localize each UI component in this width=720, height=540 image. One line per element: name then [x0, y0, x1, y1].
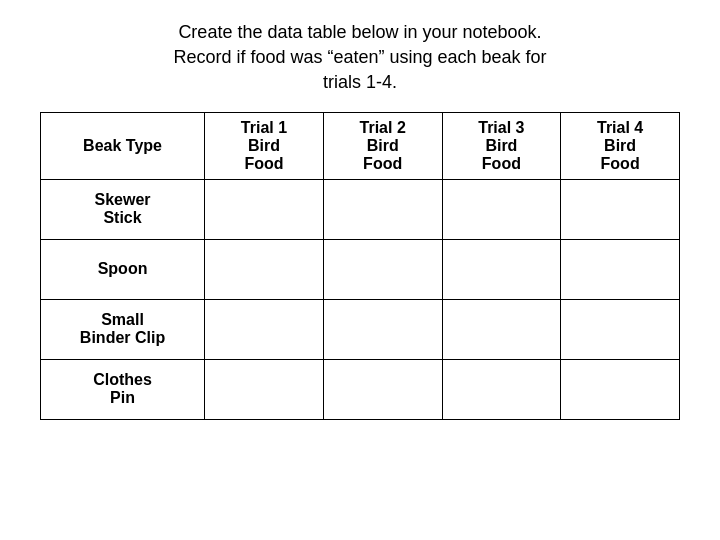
- trial1-header: Trial 1BirdFood: [205, 112, 324, 179]
- cell-binder-trial1: [205, 299, 324, 359]
- trial2-header: Trial 2BirdFood: [323, 112, 442, 179]
- instruction-line3: trials 1-4.: [323, 72, 397, 92]
- cell-clothespin-trial4: [561, 359, 680, 419]
- table-row: SmallBinder Clip: [41, 299, 680, 359]
- cell-skewer-trial2: [323, 179, 442, 239]
- cell-spoon-trial1: [205, 239, 324, 299]
- cell-binder-trial2: [323, 299, 442, 359]
- trial4-header: Trial 4BirdFood: [561, 112, 680, 179]
- instruction-line2: Record if food was “eaten” using each be…: [173, 47, 546, 67]
- cell-spoon-trial2: [323, 239, 442, 299]
- cell-skewer-trial3: [442, 179, 561, 239]
- cell-clothespin-trial3: [442, 359, 561, 419]
- table-row: SkewerStick: [41, 179, 680, 239]
- beak-type-header: Beak Type: [41, 112, 205, 179]
- cell-skewer-trial4: [561, 179, 680, 239]
- trial3-header: Trial 3BirdFood: [442, 112, 561, 179]
- beak-small-binder-clip: SmallBinder Clip: [41, 299, 205, 359]
- cell-spoon-trial4: [561, 239, 680, 299]
- cell-clothespin-trial1: [205, 359, 324, 419]
- cell-binder-trial3: [442, 299, 561, 359]
- cell-binder-trial4: [561, 299, 680, 359]
- beak-clothes-pin: ClothesPin: [41, 359, 205, 419]
- table-row: Spoon: [41, 239, 680, 299]
- cell-skewer-trial1: [205, 179, 324, 239]
- instruction-line1: Create the data table below in your note…: [178, 22, 541, 42]
- data-table: Beak Type Trial 1BirdFood Trial 2BirdFoo…: [40, 112, 680, 420]
- cell-spoon-trial3: [442, 239, 561, 299]
- beak-spoon: Spoon: [41, 239, 205, 299]
- table-row: ClothesPin: [41, 359, 680, 419]
- instructions-text: Create the data table below in your note…: [173, 20, 546, 96]
- beak-skewer-stick: SkewerStick: [41, 179, 205, 239]
- cell-clothespin-trial2: [323, 359, 442, 419]
